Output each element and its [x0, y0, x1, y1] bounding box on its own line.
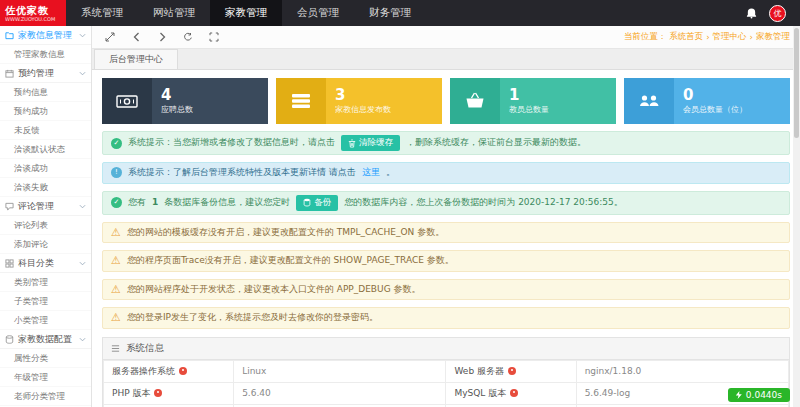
- back-arrow-icon[interactable]: [128, 29, 144, 45]
- stat-value: 0: [683, 87, 781, 104]
- dashboard: 4 应聘总数 3 家教信息发布数: [92, 70, 800, 407]
- alert-version-info: ! 系统提示：了解后台管理系统特性及版本更新详情 请点击 这里 。: [102, 162, 790, 184]
- sidebar-item-category-manage[interactable]: 类别管理: [0, 273, 91, 292]
- stat-value: 3: [335, 87, 433, 104]
- here-link[interactable]: 这里: [362, 166, 380, 180]
- sidebar-item-grade-manage[interactable]: 年级管理: [0, 368, 91, 387]
- app-logo-subtitle: WWW.ZUOYOU.COM: [5, 16, 61, 22]
- stat-cards: 4 应聘总数 3 家教信息发布数: [102, 78, 790, 124]
- table-row: 服务器操作系统 Linux Web 服务器 nginx/1.18.0: [104, 360, 789, 382]
- sidebar-section-tutor-data-config[interactable]: 家教数据配置: [0, 330, 91, 349]
- alert-text: 您的数据库内容，您上次备份数据的时间为 2020-12-17 20:56:55。: [344, 196, 622, 210]
- system-info-table: 服务器操作系统 Linux Web 服务器 nginx/1.18.0 PHP 版…: [103, 360, 789, 407]
- banknote-icon: [102, 78, 152, 124]
- alert-text: 您的网站的模板缓存没有开启，建议更改配置文件的 TMPL_CACHE_ON 参数…: [127, 226, 444, 240]
- calendar-icon: [5, 69, 14, 78]
- chevron-down-icon: [79, 261, 86, 266]
- chevron-down-icon: [79, 33, 86, 38]
- stat-card-tutor-posts[interactable]: 3 家教信息发布数: [276, 78, 442, 124]
- sidebar-item-negotiation-fail[interactable]: 洽谈失败: [0, 178, 91, 197]
- sidebar-item-minorcategory-manage[interactable]: 小类管理: [0, 311, 91, 330]
- sidebar-section-booking[interactable]: 预约管理: [0, 64, 91, 83]
- stat-card-members[interactable]: 0 会员总数量（位）: [624, 78, 790, 124]
- breadcrumb-tutor-manage[interactable]: 家教管理: [756, 31, 790, 43]
- alert-text: ，删除系统缓存，保证前台显示最新的数据。: [406, 136, 586, 150]
- trash-icon: [348, 139, 356, 148]
- sidebar-item-manage-tutor-info[interactable]: 管理家教信息: [0, 45, 91, 64]
- sysinfo-value: nginx/1.18.0: [576, 360, 788, 382]
- database-icon: [5, 335, 14, 344]
- forward-arrow-icon[interactable]: [154, 29, 170, 45]
- warning-icon: ⚠: [111, 312, 121, 323]
- help-icon[interactable]: [179, 367, 187, 375]
- stat-label: 家教信息发布数: [335, 104, 433, 115]
- sidebar-item-comment-list[interactable]: 评论列表: [0, 216, 91, 235]
- alert-text: 系统提示：当您新增或者修改了数据信息时，请点击: [128, 136, 335, 150]
- info-icon: !: [111, 167, 122, 178]
- backup-count: 1: [152, 196, 158, 210]
- top-nav-item-system[interactable]: 系统管理: [66, 0, 138, 26]
- execution-time: 0.0440s: [746, 390, 782, 400]
- topbar: 佐优家教 WWW.ZUOYOU.COM 系统管理 网站管理 家教管理 会员管理 …: [0, 0, 800, 26]
- sidebar-item-add-comment[interactable]: 添加评论: [0, 235, 91, 254]
- user-avatar[interactable]: 优: [769, 5, 786, 22]
- sidebar-item-negotiation-default[interactable]: 洽谈默认状态: [0, 140, 91, 159]
- refresh-icon[interactable]: [180, 29, 196, 45]
- sidebar-section-label: 科目分类: [18, 257, 54, 270]
- help-icon[interactable]: [510, 389, 518, 397]
- folder-icon: [5, 31, 14, 40]
- app-logo[interactable]: 佐优家教 WWW.ZUOYOU.COM: [0, 0, 66, 26]
- sysinfo-value: Linux: [234, 360, 446, 382]
- alert-template-cache: ⚠ 您的网站的模板缓存没有开启，建议更改配置文件的 TMPL_CACHE_ON …: [102, 222, 790, 244]
- alert-app-debug: ⚠ 您的网站程序处于开发状态，建议更改本入口文件的 APP_DEBUG 参数。: [102, 279, 790, 301]
- sidebar: 家教信息管理 管理家教信息 预约管理 预约信息 预约成功 未反馈 洽谈默认状态 …: [0, 26, 92, 407]
- fullscreen-icon[interactable]: [206, 29, 222, 45]
- stat-card-applications[interactable]: 4 应聘总数: [102, 78, 268, 124]
- top-nav-item-website[interactable]: 网站管理: [138, 0, 210, 26]
- list-icon: [111, 344, 120, 353]
- sidebar-item-teacher-category-manage[interactable]: 老师分类管理: [0, 387, 91, 406]
- alert-text: 您有: [128, 196, 146, 210]
- database-icon: [303, 198, 311, 207]
- top-nav-item-member[interactable]: 会员管理: [282, 0, 354, 26]
- sysinfo-label: PHP 版本: [112, 388, 150, 398]
- sidebar-section-label: 评论管理: [18, 200, 54, 213]
- breadcrumb-manage-center[interactable]: 管理中心: [713, 31, 747, 43]
- sidebar-section-label: 家教信息管理: [18, 29, 72, 42]
- sidebar-section-tutor-info[interactable]: 家教信息管理: [0, 26, 91, 45]
- top-nav-item-finance[interactable]: 财务管理: [354, 0, 426, 26]
- sidebar-item-subcategory-manage[interactable]: 子类管理: [0, 292, 91, 311]
- help-icon[interactable]: [154, 389, 162, 397]
- sidebar-section-subject-category[interactable]: 科目分类: [0, 254, 91, 273]
- sidebar-item-negotiation-success[interactable]: 洽谈成功: [0, 159, 91, 178]
- stat-card-teachers[interactable]: 1 教员总数量: [450, 78, 616, 124]
- sidebar-item-booking-info[interactable]: 预约信息: [0, 83, 91, 102]
- backup-button[interactable]: 备份: [296, 195, 338, 211]
- breadcrumb-home[interactable]: 系统首页: [669, 31, 703, 43]
- topbar-right: 优: [746, 0, 800, 26]
- chevron-down-icon: [79, 337, 86, 342]
- expand-icon[interactable]: [102, 29, 118, 45]
- content-area: 当前位置： 系统首页 › 管理中心 › 家教管理 后台管理中心 4: [92, 26, 800, 407]
- top-nav-item-tutor[interactable]: 家教管理: [210, 0, 282, 26]
- sidebar-item-attribute-category[interactable]: 属性分类: [0, 349, 91, 368]
- scrollbar-thumb[interactable]: [794, 28, 799, 138]
- chevron-down-icon: [79, 204, 86, 209]
- execution-time-badge[interactable]: 0.0440s: [728, 388, 790, 402]
- scrollbar[interactable]: [793, 26, 800, 407]
- alert-text: 条数据库备份信息，建议您定时: [164, 196, 290, 210]
- system-info-header: 系统信息: [103, 338, 789, 360]
- sidebar-section-comments[interactable]: 评论管理: [0, 197, 91, 216]
- breadcrumb: 当前位置： 系统首页 › 管理中心 › 家教管理: [624, 31, 790, 43]
- sidebar-item-no-feedback[interactable]: 未反馈: [0, 121, 91, 140]
- stat-label: 教员总数量: [509, 104, 607, 115]
- table-row: PHP 版本 5.6.40 MySQL 版本 5.6.49-log: [104, 382, 789, 404]
- tab-admin-center[interactable]: 后台管理中心: [94, 49, 178, 69]
- clear-cache-button[interactable]: 清除缓存: [341, 135, 400, 151]
- warning-icon: ⚠: [111, 227, 121, 238]
- sidebar-item-booking-success[interactable]: 预约成功: [0, 102, 91, 121]
- notifications-bell-icon[interactable]: [746, 7, 757, 19]
- stat-label: 会员总数量（位）: [683, 104, 781, 115]
- help-icon[interactable]: [508, 367, 516, 375]
- alert-text: 您的程序页面Trace没有开启，建议更改配置文件的 SHOW_PAGE_TRAC…: [127, 254, 454, 268]
